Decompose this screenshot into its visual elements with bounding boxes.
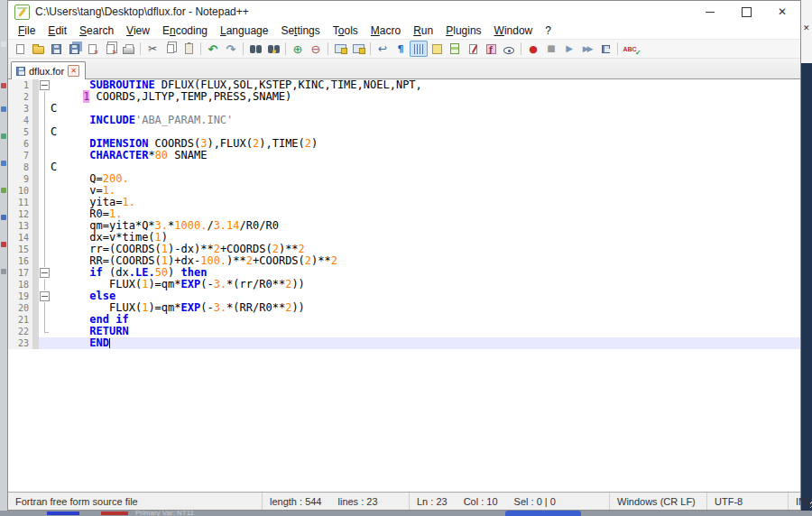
menu-item-edit[interactable]: Edit — [42, 24, 73, 37]
show-indent-guide-icon[interactable] — [410, 41, 428, 57]
sync-horizontal-icon[interactable] — [349, 41, 367, 57]
line-number[interactable]: 14 — [8, 232, 32, 244]
menu-item-window[interactable]: Window — [488, 24, 540, 37]
code-text[interactable]: INCLUDE'ABA_PARAM.INC' — [51, 115, 800, 126]
bookmark-margin[interactable] — [32, 185, 39, 197]
doc-list-icon[interactable] — [464, 41, 482, 57]
bookmark-margin[interactable] — [32, 314, 39, 326]
code-line-2[interactable]: 2 1 COORDS,JLTYP,TEMP,PRESS,SNAME) — [8, 91, 800, 103]
line-number[interactable]: 22 — [8, 326, 32, 337]
line-number[interactable]: 6 — [8, 138, 32, 150]
macro-stop-icon[interactable]: ■ — [542, 41, 560, 57]
word-wrap-icon[interactable]: ↩ — [374, 41, 392, 57]
doc-map-icon[interactable] — [446, 41, 464, 57]
code-line-4[interactable]: 4 INCLUDE'ABA_PARAM.INC' — [8, 115, 800, 126]
code-line-23[interactable]: 23 END — [8, 337, 800, 349]
monitoring-icon[interactable] — [500, 41, 518, 57]
save-all-icon[interactable] — [65, 41, 83, 57]
macro-play-icon[interactable]: ▶ — [560, 41, 578, 57]
menu-item-help[interactable]: ? — [539, 24, 558, 37]
menu-item-view[interactable]: View — [120, 24, 156, 37]
line-number[interactable]: 11 — [8, 197, 32, 208]
minimize-button[interactable] — [692, 1, 728, 23]
line-number[interactable]: 8 — [8, 161, 32, 173]
fold-collapse-icon[interactable] — [39, 79, 51, 91]
menu-item-file[interactable]: File — [12, 24, 42, 37]
status-insert-mode[interactable]: INS — [789, 493, 812, 510]
spell-check-icon[interactable]: ABC — [621, 41, 639, 57]
undo-icon[interactable]: ↶ — [204, 41, 222, 57]
line-number[interactable]: 4 — [8, 115, 32, 126]
line-number[interactable]: 3 — [8, 103, 32, 115]
bookmark-margin[interactable] — [32, 115, 39, 126]
menu-item-language[interactable]: Language — [214, 24, 274, 37]
line-number[interactable]: 18 — [8, 279, 32, 290]
bookmark-margin[interactable] — [32, 208, 39, 220]
code-line-22[interactable]: 22 RETURN — [8, 326, 800, 337]
line-number[interactable]: 23 — [8, 337, 32, 349]
code-line-18[interactable]: 18 FLUX(1)=qm*EXP(-3.*(rr/R0**2)) — [8, 279, 800, 290]
bookmark-margin[interactable] — [32, 290, 39, 302]
menu-item-macro[interactable]: Macro — [364, 24, 407, 37]
tab-close-icon[interactable]: ✕ — [68, 65, 79, 77]
code-line-7[interactable]: 7 CHARACTER*80 SNAME — [8, 150, 800, 161]
bookmark-margin[interactable] — [32, 197, 39, 208]
find-icon[interactable] — [246, 41, 264, 57]
bookmark-margin[interactable] — [32, 103, 39, 115]
code-text[interactable]: 1 COORDS,JLTYP,TEMP,PRESS,SNAME) — [51, 91, 800, 103]
macro-run-multiple-icon[interactable]: ▶▶ — [578, 41, 596, 57]
sync-vertical-icon[interactable] — [331, 41, 349, 57]
bookmark-margin[interactable] — [32, 79, 39, 91]
zoom-out-icon[interactable]: ⊖ — [307, 41, 325, 57]
status-eol-format[interactable]: Windows (CR LF) — [610, 493, 707, 510]
code-text[interactable]: CHARACTER*80 SNAME — [51, 150, 800, 161]
maximize-button[interactable] — [728, 1, 764, 23]
line-number[interactable]: 17 — [8, 267, 32, 279]
zoom-in-icon[interactable]: ⊕ — [289, 41, 307, 57]
code-text[interactable]: yita=1. — [51, 197, 800, 208]
macro-record-icon[interactable]: ● — [524, 41, 542, 57]
fold-collapse-icon[interactable] — [39, 290, 51, 302]
line-number[interactable]: 19 — [8, 290, 32, 302]
menu-item-tools[interactable]: Tools — [327, 24, 364, 37]
code-text[interactable]: v=1. — [51, 185, 800, 197]
close-button[interactable]: ✕ — [764, 1, 800, 23]
bookmark-margin[interactable] — [32, 150, 39, 161]
line-number[interactable]: 7 — [8, 150, 32, 161]
cut-icon[interactable]: ✂ — [143, 41, 161, 57]
close-all-docs-icon[interactable] — [101, 41, 119, 57]
bookmark-margin[interactable] — [32, 255, 39, 267]
code-editor[interactable]: 1 SUBROUTINE DFLUX(FLUX,SOL,KSTEP,KINC,T… — [8, 79, 800, 492]
copy-icon[interactable] — [161, 41, 180, 57]
status-encoding[interactable]: UTF-8 — [707, 493, 789, 510]
line-number[interactable]: 10 — [8, 185, 32, 197]
show-all-chars-icon[interactable]: ¶ — [392, 41, 410, 57]
function-list-icon[interactable]: ƒ — [482, 41, 500, 57]
code-text[interactable]: FLUX(1)=qm*EXP(-3.*(rr/R0**2)) — [51, 279, 800, 290]
code-text[interactable]: RETURN — [51, 326, 800, 337]
menu-item-search[interactable]: Search — [73, 24, 120, 37]
line-number[interactable]: 5 — [8, 126, 32, 138]
line-number[interactable]: 21 — [8, 314, 32, 326]
tab-dflux-for[interactable]: dflux.for ✕ — [11, 61, 86, 79]
line-number[interactable]: 20 — [8, 302, 32, 314]
macro-save-icon[interactable] — [596, 41, 614, 57]
line-number[interactable]: 2 — [8, 91, 32, 103]
define-language-icon[interactable] — [428, 41, 446, 57]
line-number[interactable]: 13 — [8, 220, 32, 232]
bookmark-margin[interactable] — [32, 232, 39, 244]
bookmark-margin[interactable] — [32, 326, 39, 337]
code-text[interactable]: Q=200. — [51, 173, 800, 185]
replace-icon[interactable] — [264, 41, 282, 57]
bookmark-margin[interactable] — [32, 337, 39, 349]
fold-collapse-icon[interactable] — [39, 267, 51, 279]
code-line-9[interactable]: 9 Q=200. — [8, 173, 800, 185]
bookmark-margin[interactable] — [32, 220, 39, 232]
code-text[interactable]: end if — [51, 314, 800, 326]
menu-item-encoding[interactable]: Encoding — [156, 24, 214, 37]
bookmark-margin[interactable] — [32, 302, 39, 314]
new-file-icon[interactable] — [11, 41, 29, 57]
code-text[interactable]: C — [51, 161, 800, 173]
paste-icon[interactable] — [180, 41, 198, 57]
close-doc-icon[interactable] — [83, 41, 101, 57]
